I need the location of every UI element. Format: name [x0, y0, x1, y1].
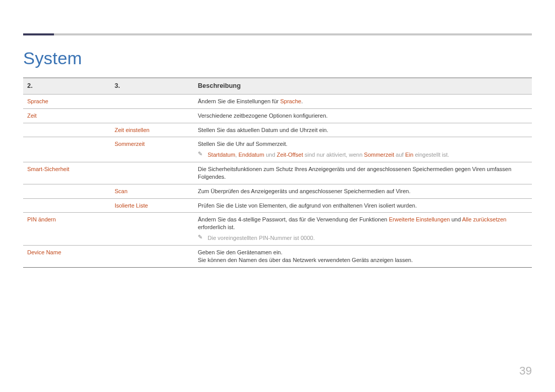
desc-device-name: Geben Sie den Gerätenamen ein. Sie könne… [194, 246, 532, 268]
row-zeit: Zeit Verschiedene zeitbezogene Optionen … [23, 108, 532, 123]
note-mid2: sind nur aktiviert, wenn [303, 152, 364, 158]
desc-pin-mid: und [450, 216, 462, 222]
pencil-icon: ✎ [198, 151, 203, 157]
sub-scan: Scan [115, 188, 127, 194]
top-rule-accent [23, 33, 54, 35]
note-sommerzeit: ✎ Startdatum, Enddatum und Zeit-Offset s… [198, 151, 528, 159]
header-beschreibung: Beschreibung [194, 78, 532, 95]
note-ein: Ein [405, 152, 413, 158]
desc-sprache-suffix: . [301, 98, 303, 104]
row-pin-aendern: PIN ändern Ändern Sie das 4-stellige Pas… [23, 213, 532, 246]
term-sprache: Sprache [27, 98, 48, 104]
note-end: eingestellt ist. [413, 152, 449, 158]
note-sommerzeit-text: Startdatum, Enddatum und Zeit-Offset sin… [208, 151, 449, 159]
term-pin-aendern: PIN ändern [27, 216, 56, 222]
desc-pin-t2: Alle zurücksetzen [462, 216, 506, 222]
top-rule-area [23, 0, 532, 35]
note-sommerzeit-term: Sommerzeit [364, 152, 394, 158]
desc-sprache: Ändern Sie die Einstellungen für Sprache… [194, 94, 532, 108]
desc-sprache-term: Sprache [280, 98, 301, 104]
desc-zeit-einstellen: Stellen Sie das aktuellen Datum und die … [194, 123, 532, 137]
row-device-name: Device Name Geben Sie den Gerätenamen ei… [23, 246, 532, 268]
row-sprache: Sprache Ändern Sie die Einstellungen für… [23, 94, 532, 108]
desc-sommerzeit-text: Stellen Sie die Uhr auf Sommerzeit. [198, 141, 287, 147]
desc-zeit: Verschiedene zeitbezogene Optionen konfi… [194, 108, 532, 123]
row-isolierte-liste: Isolierte Liste Prüfen Sie die Liste von… [23, 198, 532, 213]
page-number: 39 [520, 364, 532, 378]
desc-pin-prefix: Ändern Sie das 4-stellige Passwort, das … [198, 216, 389, 222]
note-pin-text: Die voreingestellten PIN-Nummer ist 0000… [208, 234, 314, 242]
page: System 2. 3. Beschreibung Sprache Ändern… [0, 0, 555, 392]
settings-table: 2. 3. Beschreibung Sprache Ändern Sie di… [23, 78, 532, 268]
desc-device-name-1: Geben Sie den Gerätenamen ein. [198, 249, 528, 256]
sub-isolierte-liste: Isolierte Liste [115, 202, 148, 209]
term-zeit: Zeit [27, 113, 36, 119]
header-col-2: 2. [23, 78, 110, 95]
desc-isolierte-liste: Prüfen Sie die Liste von Elementen, die … [194, 198, 532, 213]
desc-pin-aendern: Ändern Sie das 4-stellige Passwort, das … [194, 213, 532, 246]
desc-scan: Zum Überprüfen des Anzeigegeräts und ang… [194, 184, 532, 198]
pencil-icon: ✎ [198, 234, 203, 240]
row-smart-sicherheit: Smart-Sicherheit Die Sicherheitsfunktion… [23, 162, 532, 184]
term-device-name: Device Name [27, 249, 61, 255]
row-sommerzeit: Sommerzeit Stellen Sie die Uhr auf Somme… [23, 137, 532, 162]
desc-device-name-2: Sie können den Namen des über das Netzwe… [198, 256, 528, 264]
row-scan: Scan Zum Überprüfen des Anzeigegeräts un… [23, 184, 532, 198]
note-pin: ✎ Die voreingestellten PIN-Nummer ist 00… [198, 234, 528, 242]
note-zeit-offset: Zeit-Offset [277, 152, 303, 158]
sub-zeit-einstellen: Zeit einstellen [115, 127, 150, 133]
desc-sprache-prefix: Ändern Sie die Einstellungen für [198, 98, 280, 104]
top-rule [23, 33, 532, 35]
note-mid3: auf [394, 152, 405, 158]
note-startdatum: Startdatum [208, 152, 235, 158]
table-header-row: 2. 3. Beschreibung [23, 78, 532, 95]
sub-sommerzeit: Sommerzeit [115, 141, 145, 147]
desc-smart-sicherheit: Die Sicherheitsfunktionen zum Schutz Ihr… [194, 162, 532, 184]
note-mid1: und [264, 152, 276, 158]
page-title: System [23, 48, 532, 68]
desc-sommerzeit: Stellen Sie die Uhr auf Sommerzeit. ✎ St… [194, 137, 532, 162]
row-zeit-einstellen: Zeit einstellen Stellen Sie das aktuelle… [23, 123, 532, 137]
header-col-3: 3. [110, 78, 194, 95]
desc-pin-t1: Erweiterte Einstellungen [389, 216, 450, 222]
term-smart-sicherheit: Smart-Sicherheit [27, 166, 69, 172]
note-enddatum: Enddatum [238, 152, 264, 158]
desc-pin-suffix: erforderlich ist. [198, 224, 235, 230]
